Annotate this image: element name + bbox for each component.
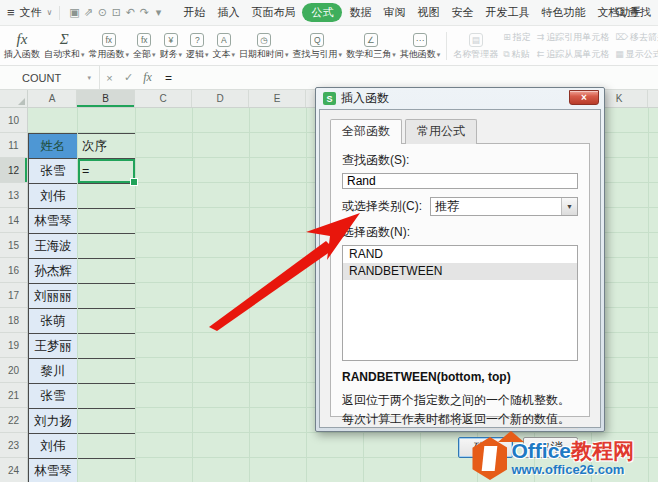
select-all-corner[interactable]	[0, 90, 28, 107]
row-header-19[interactable]: 19	[0, 333, 27, 358]
cell-a22[interactable]: 刘力扬	[29, 409, 78, 434]
ribbon-more-functions[interactable]: ⋯其他函数▾	[398, 26, 443, 65]
chevron-down-icon[interactable]: ▾	[87, 74, 91, 82]
row-header-21[interactable]: 21	[0, 383, 27, 408]
ribbon-item-label: 全部▾	[133, 48, 156, 61]
close-button[interactable]: ×	[569, 90, 599, 105]
row-header-14[interactable]: 14	[0, 208, 27, 233]
menu-tab-9[interactable]: 特色功能	[536, 3, 590, 22]
chevron-down-icon[interactable]: ▼	[561, 198, 577, 215]
ribbon-all-functions[interactable]: fx全部▾	[131, 26, 158, 65]
function-item-rand[interactable]: RAND	[343, 246, 577, 263]
confirm-icon[interactable]: ✓	[119, 71, 138, 84]
cell-a18[interactable]: 张萌	[29, 309, 78, 334]
row-header-23[interactable]: 23	[0, 433, 27, 458]
cell-b13[interactable]	[78, 184, 136, 209]
ribbon-autosum[interactable]: Σ自动求和▾	[42, 26, 87, 65]
ribbon-logic-functions[interactable]: ?逻辑▾	[184, 26, 211, 65]
save-icon[interactable]: ▣	[67, 6, 81, 19]
cell-a20[interactable]: 黎川	[29, 359, 78, 384]
ribbon-finance-functions[interactable]: ¥财务▾	[158, 26, 185, 65]
menu-tab-7[interactable]: 安全	[446, 3, 478, 22]
dialog-tab-0[interactable]: 全部函数	[330, 119, 402, 144]
cell-a19[interactable]: 王梦丽	[29, 334, 78, 359]
insert-function-icon[interactable]: fx	[138, 70, 157, 85]
export-icon[interactable]: ⇗	[81, 6, 95, 19]
menu-tab-6[interactable]: 视图	[412, 3, 444, 22]
print-preview-icon[interactable]: ⊡	[109, 6, 123, 19]
cell-b15[interactable]	[78, 234, 136, 259]
column-header-b[interactable]: B	[77, 90, 135, 107]
menu-tab-2[interactable]: 页面布局	[246, 3, 300, 22]
menu-tab-8[interactable]: 开发工具	[480, 3, 534, 22]
column-header-d[interactable]: D	[192, 90, 249, 107]
row-header-16[interactable]: 16	[0, 258, 27, 283]
ribbon-date-time-functions[interactable]: ◷日期和时间▾	[237, 26, 291, 65]
row-header-20[interactable]: 20	[0, 358, 27, 383]
hamburger-menu-icon[interactable]: ≡	[7, 5, 15, 20]
row-header-11[interactable]: 11	[0, 133, 27, 158]
menu-tab-3[interactable]: 公式	[302, 3, 342, 22]
cell-a23[interactable]: 刘伟	[29, 434, 78, 459]
undo-icon[interactable]: ↶	[123, 6, 137, 19]
watermark-url: www.office26.com	[511, 462, 634, 477]
row-header-12[interactable]: 12	[0, 158, 27, 183]
cell-a14[interactable]: 林雪琴	[29, 209, 78, 234]
cell-b20[interactable]	[78, 359, 136, 384]
column-header-c[interactable]: C	[135, 90, 192, 107]
formula-input[interactable]: =	[157, 71, 172, 85]
column-header-a[interactable]: A	[28, 90, 77, 107]
row-header-18[interactable]: 18	[0, 308, 27, 333]
row-header-13[interactable]: 13	[0, 183, 27, 208]
row-header-15[interactable]: 15	[0, 233, 27, 258]
customize-toolbar-icon[interactable]: ▾	[151, 6, 165, 19]
cell-a17[interactable]: 刘丽丽	[29, 284, 78, 309]
search-function-input[interactable]	[342, 173, 578, 189]
ribbon-text-functions[interactable]: A文本▾	[211, 26, 238, 65]
cell-b12[interactable]: =	[78, 159, 136, 184]
cell-b14[interactable]	[78, 209, 136, 234]
cell-b21[interactable]	[78, 384, 136, 409]
cell-a21[interactable]: 张雪	[29, 384, 78, 409]
row-header-24[interactable]: 24	[0, 458, 27, 482]
cell-b22[interactable]	[78, 409, 136, 434]
row-header-22[interactable]: 22	[0, 408, 27, 433]
cell-b17[interactable]	[78, 284, 136, 309]
cell-a13[interactable]: 刘伟	[29, 184, 78, 209]
column-header-e[interactable]: E	[249, 90, 306, 107]
ribbon-common-functions[interactable]: fx常用函数▾	[87, 26, 132, 65]
redo-icon[interactable]: ↷	[137, 6, 151, 19]
ribbon-insert-function[interactable]: fx插入函数	[2, 26, 42, 65]
dialog-tab-1[interactable]: 常用公式	[405, 119, 477, 144]
cell-b23[interactable]	[78, 434, 136, 459]
cell-a11[interactable]: 姓名	[29, 134, 78, 159]
search-button[interactable]: 查找	[615, 5, 651, 20]
ribbon-lookup-reference[interactable]: Q查找与引用▾	[291, 26, 345, 65]
file-menu[interactable]: 文件	[20, 5, 42, 20]
cell-b11[interactable]: 次序	[78, 134, 136, 159]
print-icon[interactable]: ⊙	[95, 6, 109, 19]
column-header-l[interactable]: L	[648, 90, 658, 107]
ribbon-math-trig[interactable]: ∠数学和三角▾	[344, 26, 398, 65]
cell-b24[interactable]	[78, 459, 136, 482]
cell-a15[interactable]: 王海波	[29, 234, 78, 259]
category-dropdown[interactable]: 推荐 ▼	[430, 197, 578, 216]
menu-tab-5[interactable]: 审阅	[378, 3, 410, 22]
dialog-titlebar[interactable]: S 插入函数 ×	[319, 88, 601, 109]
more-functions-icon: ⋯	[413, 33, 427, 47]
cell-a12[interactable]: 张雪	[29, 159, 78, 184]
name-box[interactable]: COUNT ▾	[0, 66, 100, 89]
menu-tab-0[interactable]: 开始	[178, 3, 210, 22]
row-header-10[interactable]: 10	[0, 108, 27, 133]
row-header-17[interactable]: 17	[0, 283, 27, 308]
function-item-randbetween[interactable]: RANDBETWEEN	[343, 263, 577, 280]
cell-b16[interactable]	[78, 259, 136, 284]
menu-tab-4[interactable]: 数据	[344, 3, 376, 22]
cell-a24[interactable]: 林雪琴	[29, 459, 78, 482]
cell-b19[interactable]	[78, 334, 136, 359]
cancel-icon[interactable]: ×	[100, 72, 119, 84]
menu-tab-1[interactable]: 插入	[212, 3, 244, 22]
cell-b18[interactable]	[78, 309, 136, 334]
cell-a16[interactable]: 孙杰辉	[29, 259, 78, 284]
ribbon-disabled-column: ⌦移去箭头▦显示公式	[612, 31, 658, 61]
